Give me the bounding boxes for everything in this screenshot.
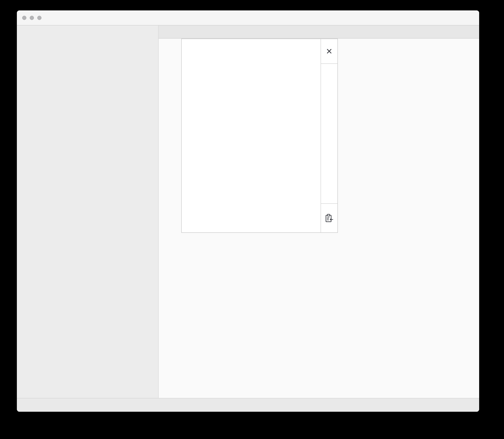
clipboard-icon bbox=[325, 214, 333, 223]
stata-output-rail bbox=[321, 39, 337, 232]
status-bar bbox=[17, 398, 479, 412]
editor-pane bbox=[159, 25, 479, 398]
project-header bbox=[17, 25, 158, 38]
project-sidebar bbox=[17, 25, 159, 398]
copy-output-button[interactable] bbox=[321, 203, 337, 232]
close-icon bbox=[326, 48, 332, 55]
window-title bbox=[17, 11, 479, 25]
stata-output-text bbox=[182, 39, 187, 59]
text-editor[interactable] bbox=[159, 38, 479, 398]
stata-output-panel bbox=[181, 38, 338, 233]
app-window bbox=[17, 11, 479, 412]
tab-bar bbox=[159, 25, 479, 38]
title-bar bbox=[17, 11, 479, 25]
close-output-button[interactable] bbox=[321, 39, 337, 64]
